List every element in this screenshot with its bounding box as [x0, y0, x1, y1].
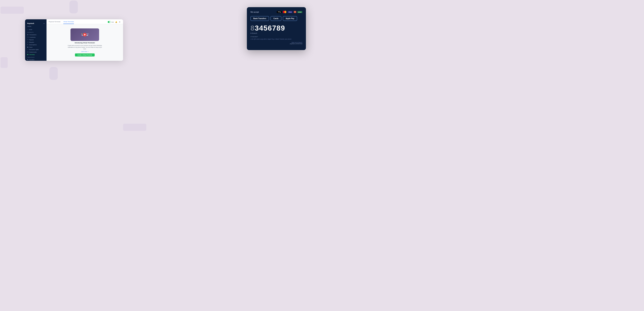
main-body: ⚡ ⚡Paystack Terminal Introducing Virtual… — [46, 24, 123, 61]
bg-card-1 — [0, 6, 24, 14]
sidebar-section-transfers: TRANSFERS — [25, 56, 46, 58]
sidebar-logo-area: Paystack ▾ — [25, 21, 46, 26]
subscriptions-icon: ↻ — [27, 44, 28, 45]
sidebar-label-customers: Customers — [30, 37, 36, 38]
video-card: ⚡ ⚡Paystack Terminal — [70, 28, 99, 41]
live-text: Live — [112, 21, 114, 23]
notification-icon[interactable]: 🔔 — [115, 21, 117, 23]
transfers-icon: ⇄ — [27, 59, 28, 60]
splits-icon: ⑃ — [27, 49, 28, 50]
sidebar-label-transactions: Transactions — [29, 34, 36, 35]
branch-info: ki Branch — [250, 32, 302, 34]
sidebar-item-customers[interactable]: ◯ Customers — [25, 36, 46, 38]
disputes-icon: ⚠ — [27, 41, 28, 43]
sidebar-item-subscriptions[interactable]: ↻ Subscriptions — [25, 43, 46, 46]
sidebar: Paystack ▾ 100041 ⌂ Home PAYMENTS ▤ Tran… — [25, 19, 46, 61]
bg-phone-1 — [70, 0, 78, 13]
bank-transfers-button[interactable]: Bank Transfers — [250, 16, 269, 21]
sidebar-label-transfers: Transfers — [29, 59, 34, 60]
live-toggle[interactable]: Live — [108, 21, 114, 23]
sidebar-label-payouts: Payouts — [29, 39, 34, 40]
sidebar-item-plans[interactable]: ▦ Plans — [25, 46, 46, 48]
sidebar-label-subscriptions: Subscriptions — [29, 44, 37, 45]
sidebar-section-payments: PAYMENTS — [25, 31, 46, 33]
bg-card-3 — [123, 124, 146, 131]
sidebar-label-disputes: Disputes — [29, 42, 34, 43]
intro-desc: Create bank accounts for your business a… — [67, 45, 103, 50]
plans-icon: ▦ — [27, 46, 28, 48]
cant-transfer-desc: n the QR code to pay with d, Apple Pay, … — [250, 38, 302, 40]
toggle-switch[interactable] — [108, 21, 111, 23]
play-icon — [84, 34, 86, 35]
sidebar-label-subaccounts: Subaccounts — [29, 51, 36, 53]
sidebar-logo-text: Paystack — [27, 22, 34, 24]
verve-icon: verve — [297, 11, 302, 13]
sidebar-item-disputes[interactable]: ⚠ Disputes — [25, 41, 46, 43]
bg-card-2 — [0, 57, 8, 68]
play-button[interactable] — [83, 33, 86, 36]
dashboard-window: Paystack ▾ 100041 ⌂ Home PAYMENTS ▤ Tran… — [25, 19, 123, 61]
we-accept-text: We accept — [250, 11, 259, 13]
sidebar-label-plans: Plans — [29, 47, 32, 48]
sidebar-label-splits: Transaction Splits — [29, 49, 39, 50]
payment-card: We accept ✦Pay VISA ⬡ verve Bank Transfe… — [247, 7, 306, 50]
create-virtual-terminal-button[interactable]: Create a Virtual Terminal — [75, 53, 95, 56]
tab-actions: Live 🔔 ⚙ — [108, 21, 121, 24]
customers-icon: ◯ — [27, 36, 28, 38]
payment-buttons-row: Bank Transfers Cards Apple Pay — [250, 16, 302, 21]
sidebar-dropdown-icon[interactable]: ▾ — [44, 23, 44, 24]
payment-icons-row: ✦Pay VISA ⬡ verve — [277, 11, 302, 13]
sidebar-item-terminals[interactable]: ▣ Terminals — [25, 53, 46, 56]
want-one-text: Want one of these? paystack.com/terminal — [290, 42, 302, 44]
sidebar-item-splits[interactable]: ⑃ Transaction Splits — [25, 48, 46, 51]
learn-more-link[interactable]: Learn more ↗ — [81, 51, 88, 52]
intro-title: Introducing Virtual Terminals! — [74, 42, 95, 44]
account-number-section: 83456789 ki Branch — [250, 24, 302, 34]
sidebar-item-transactions[interactable]: ▤ Transactions — [25, 33, 46, 36]
bg-phone-2 — [49, 67, 58, 80]
sidebar-item-transfers[interactable]: ⇄ Transfers — [25, 58, 46, 61]
cards-button[interactable]: Cards — [270, 16, 281, 21]
mastercard-icon — [283, 11, 286, 13]
tab-bar: Physical Terminals Virtual Terminals Liv… — [46, 19, 123, 24]
sidebar-item-payouts[interactable]: ↗ Payouts — [25, 38, 46, 41]
footer-row: Want one of these? paystack.com/terminal — [250, 42, 302, 44]
apple-pay-icon: ✦Pay — [277, 11, 282, 13]
apple-pay-button[interactable]: Apple Pay — [283, 16, 297, 21]
tab-physical[interactable]: Physical Terminals — [49, 21, 60, 24]
transactions-icon: ▤ — [27, 34, 28, 35]
home-icon: ⌂ — [27, 29, 28, 30]
account-number: 83456789 — [250, 24, 302, 32]
settings-gear-icon[interactable]: ⚙ — [118, 21, 121, 23]
interswitch-icon: ⬡ — [294, 11, 296, 13]
subaccounts-icon: ◫ — [27, 51, 28, 53]
visa-icon: VISA — [288, 11, 293, 13]
paystack-url: paystack.com/terminal — [290, 43, 302, 44]
payouts-icon: ↗ — [27, 39, 28, 40]
we-accept-row: We accept ✦Pay VISA ⬡ verve — [250, 11, 302, 13]
sidebar-item-label-home: Home — [29, 29, 32, 30]
terminals-icon: ▣ — [27, 54, 28, 55]
sidebar-label-terminals: Terminals — [29, 54, 35, 55]
main-content: Physical Terminals Virtual Terminals Liv… — [46, 19, 123, 61]
sidebar-item-home[interactable]: ⌂ Home — [25, 28, 46, 31]
sidebar-account: 100041 — [25, 26, 46, 28]
cant-transfer-title: n't transfer? — [250, 36, 302, 37]
account-prefix-hidden: 8 — [250, 24, 255, 32]
sidebar-item-subaccounts[interactable]: ◫ Subaccounts — [25, 51, 46, 53]
tab-virtual[interactable]: Virtual Terminals — [63, 21, 74, 24]
